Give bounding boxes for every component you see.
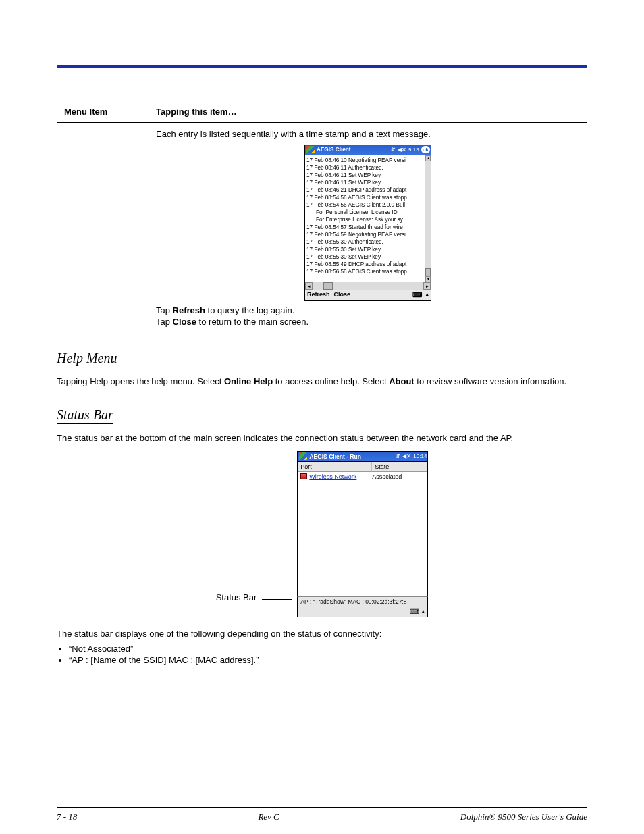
footer-page: 7 - 18 [57, 812, 77, 823]
pda1-title: AEGIS Client [317, 147, 351, 153]
log-intro: Each entry is listed sequentially with a… [156, 128, 580, 140]
page: Menu Item Tapping this item… Each entry … [0, 0, 644, 834]
pda1-vscrollbar[interactable]: ▴ ▾ [425, 155, 431, 282]
menu-table: Menu Item Tapping this item… Each entry … [57, 101, 587, 334]
log-line: 17 Feb 08:46:11 Authenticated. [306, 164, 424, 172]
tap-refresh-line: Tap Refresh to query the log again. [156, 305, 580, 317]
pda1-status-icons: ⇵ ◀✕ 9:13 [391, 147, 419, 153]
log-line: 17 Feb 08:55:30 Authenticated. [306, 238, 424, 246]
hscroll-thumb[interactable] [323, 282, 333, 290]
connectivity-icon: ⇵ [396, 453, 400, 459]
ok-button[interactable]: ok [421, 146, 430, 153]
pda1-clock: 9:13 [408, 147, 419, 153]
page-footer: 7 - 18 Rev C Dolphin® 9500 Series User's… [57, 808, 587, 823]
status-bar-intro: The status bar at the bottom of the main… [57, 432, 587, 444]
status-bar-callout-label: Status Bar [216, 592, 257, 617]
scroll-right-icon[interactable]: ▸ [423, 282, 431, 290]
network-icon [300, 473, 307, 479]
log-line: 17 Feb 08:55:49 DHCP address of adapt [306, 261, 424, 268]
log-line: 17 Feb 08:55:30 Set WEP key. [306, 246, 424, 253]
pda1-log-body: 17 Feb 08:46:10 Negotiating PEAP versi17… [304, 155, 431, 282]
windows-flag-icon [299, 452, 307, 460]
pda2-title: AEGIS Client - Run [309, 453, 361, 460]
log-line: For Personal License: License ID [306, 209, 424, 216]
keyboard-icon[interactable]: ⌨ [410, 608, 419, 615]
scroll-down-icon[interactable]: ▾ [425, 276, 431, 282]
bullet-item: “Not Associated” [69, 644, 587, 654]
log-line: For Enterprise License: Ask your sy [306, 216, 424, 224]
td-body: Each entry is listed sequentially with a… [149, 123, 587, 334]
pda2-list-body: Wireless Network Associated [297, 472, 428, 596]
th-menu-item: Menu Item [57, 101, 149, 123]
pda1-titlebar: AEGIS Client ⇵ ◀✕ 9:13 ok [304, 145, 431, 155]
sip-up-icon[interactable]: ▴ [422, 608, 425, 614]
scroll-up-icon[interactable]: ▴ [425, 155, 431, 161]
th-tapping: Tapping this item… [149, 101, 587, 123]
pda2-status-bar: AP : "TradeShow" MAC : 00:02:2d:3f:27:8 [297, 596, 428, 606]
help-menu-text: Tapping Help opens the help menu. Select… [57, 375, 587, 388]
log-line: 17 Feb 08:56:58 AEGIS Client was stopp [306, 268, 424, 276]
sip-up-icon[interactable]: ▴ [426, 292, 429, 297]
refresh-menu[interactable]: Refresh [307, 291, 330, 298]
bullet-item: “AP : [Name of the SSID] MAC : [MAC addr… [69, 655, 587, 665]
help-menu-heading: Help Menu [57, 350, 117, 367]
log-line: 17 Feb 08:54:56 AEGIS Client 2.0.0 Buil [306, 201, 424, 209]
list-item[interactable]: Wireless Network Associated [298, 472, 427, 481]
connectivity-icon: ⇵ [391, 147, 396, 153]
pda2-figure: Status Bar AEGIS Client - Run ⇵ ◀✕ 10:14… [57, 451, 587, 617]
log-line: 17 Feb 08:55:30 Set WEP key. [306, 253, 424, 261]
pda2-clock: 10:14 [413, 453, 427, 459]
log-line: 17 Feb 08:46:21 DHCP address of adapt [306, 186, 424, 194]
footer-rev: Rev C [258, 812, 279, 823]
pda1-hscrollbar[interactable]: ◂ ▸ [304, 282, 431, 290]
callout-leader-line [262, 599, 292, 600]
pda2-status-icons: ⇵ ◀✕ 10:14 [396, 453, 427, 459]
td-menu-empty [57, 123, 149, 334]
log-line: 17 Feb 08:46:10 Negotiating PEAP versi [306, 157, 424, 164]
status-bullets: “Not Associated”“AP : [Name of the SSID]… [69, 644, 587, 665]
log-line: 17 Feb 08:54:57 Started thread for wire [306, 224, 424, 231]
pda-log-window: AEGIS Client ⇵ ◀✕ 9:13 ok 17 Feb 08:46:1… [304, 145, 431, 301]
col-state[interactable]: State [372, 462, 427, 472]
log-line: 17 Feb 08:54:59 Negotiating PEAP versi [306, 231, 424, 238]
pda2-bottom-bar: ⌨ ▴ [297, 606, 428, 617]
footer-guide: Dolphin® 9500 Series User's Guide [460, 812, 587, 823]
speaker-icon: ◀✕ [398, 147, 406, 153]
windows-flag-icon [306, 146, 315, 153]
pda2-titlebar: AEGIS Client - Run ⇵ ◀✕ 10:14 [297, 451, 428, 462]
col-port[interactable]: Port [298, 462, 372, 472]
status-bar-outro: The status bar displays one of the follo… [57, 628, 587, 640]
pda1-menubar: Refresh Close ⌨ ▴ [304, 290, 431, 301]
pda-status-window: AEGIS Client - Run ⇵ ◀✕ 10:14 Port State… [297, 451, 428, 617]
pda2-column-header: Port State [297, 462, 428, 472]
speaker-icon: ◀✕ [402, 453, 411, 459]
scroll-thumb[interactable] [425, 268, 431, 276]
log-line: 17 Feb 08:54:56 AEGIS Client was stopp [306, 194, 424, 201]
close-menu[interactable]: Close [334, 291, 351, 298]
top-rule [57, 65, 587, 68]
scroll-left-icon[interactable]: ◂ [305, 282, 313, 290]
log-line: 17 Feb 08:46:11 Set WEP key. [306, 179, 424, 186]
tap-close-line: Tap Close to return to the main screen. [156, 316, 580, 328]
keyboard-icon[interactable]: ⌨ [412, 291, 422, 298]
status-bar-heading: Status Bar [57, 407, 113, 424]
log-line: 17 Feb 08:46:11 Set WEP key. [306, 172, 424, 179]
